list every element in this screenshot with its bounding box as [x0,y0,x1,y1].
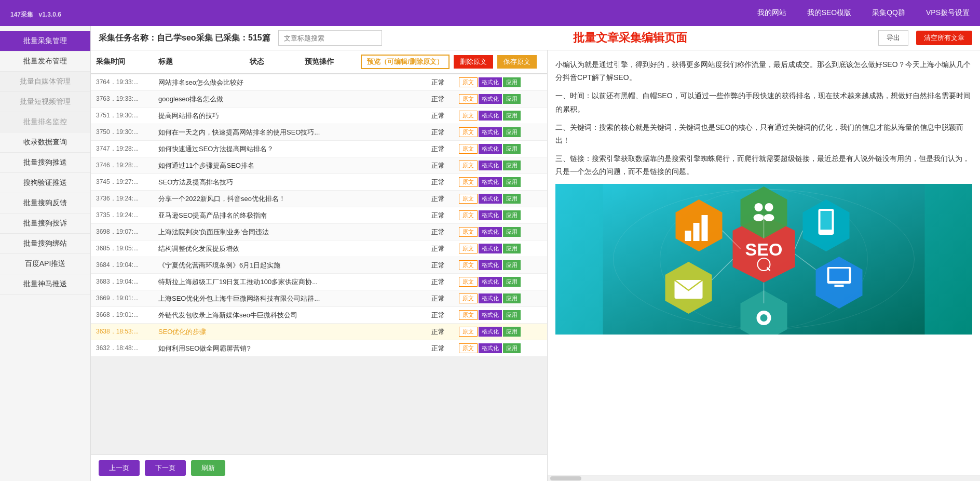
bottom-scrollbar[interactable] [548,475,980,481]
btn-geshi-3[interactable]: 格式化 [479,127,502,137]
btn-geshi-0[interactable]: 格式化 [479,77,502,87]
save-original-button[interactable]: 保存原文 [497,55,537,69]
nav-seo-template[interactable]: 我的SEO模版 [807,8,852,18]
table-row[interactable]: 3745．19:27:... SEO方法及提高排名技巧 正常 原文 格式化 应用 [91,174,547,191]
btn-yingyi-9[interactable]: 应用 [503,227,521,237]
row-title: 亚马逊SEO提高产品排名的终极指南 [158,211,417,220]
table-row[interactable]: 3638．18:53:... SEO优化的步骤 正常 原文 格式化 应用 [91,324,547,340]
table-row[interactable]: 3750．19:30:... 如何在一天之内，快速提高网站排名的使用SEO技巧.… [91,124,547,141]
btn-yuan-6[interactable]: 原文 [459,177,478,187]
nav-qq-group[interactable]: 采集QQ群 [872,8,905,18]
btn-yingyi-7[interactable]: 应用 [503,194,521,204]
btn-geshi-10[interactable]: 格式化 [479,244,502,253]
search-input[interactable] [278,30,382,46]
delete-original-button[interactable]: 删除原文 [454,55,493,69]
svg-point-10 [765,203,773,211]
btn-geshi-14[interactable]: 格式化 [479,310,502,320]
next-page-button[interactable]: 下一页 [145,460,186,476]
table-row[interactable]: 3735．19:24:... 亚马逊SEO提高产品排名的终极指南 正常 原文 格… [91,207,547,224]
sidebar-item-sougou-complaint[interactable]: 批量搜狗投诉 [0,213,90,234]
btn-yuan-7[interactable]: 原文 [459,194,478,204]
btn-yuan-5[interactable]: 原文 [459,161,478,170]
btn-geshi-4[interactable]: 格式化 [479,144,502,154]
btn-geshi-16[interactable]: 格式化 [479,343,502,353]
btn-yuan-10[interactable]: 原文 [459,244,478,253]
sidebar-item-shenma[interactable]: 批量神马推送 [0,274,90,295]
table-row[interactable]: 3736．19:24:... 分享一个2022新风口，抖音seo优化排名！ 正常… [91,191,547,207]
table-row[interactable]: 3668．19:01:... 外链代发包收录上海新媒体seo牛巨微科技公司 正常… [91,307,547,324]
sidebar-item-record[interactable]: 收录数据查询 [0,132,90,153]
btn-yingyi-10[interactable]: 应用 [503,244,521,253]
btn-yingyi-16[interactable]: 应用 [503,343,521,353]
table-row[interactable]: 3684．19:04:... 《宁夏优化营商环境条例》6月1日起实施 正常 原文… [91,257,547,274]
btn-yuan-13[interactable]: 原文 [459,293,478,303]
btn-geshi-1[interactable]: 格式化 [479,94,502,104]
table-row[interactable]: 3751．19:30:... 提高网站排名的技巧 正常 原文 格式化 应用 [91,108,547,124]
btn-yuan-4[interactable]: 原文 [459,144,478,154]
sidebar-item-sougou-feedback[interactable]: 批量搜狗反馈 [0,193,90,213]
btn-yingyi-13[interactable]: 应用 [503,293,521,303]
task-name: 采集任务名称：自己学seo采集 已采集：515篇 [99,33,270,44]
btn-yingyi-2[interactable]: 应用 [503,111,521,121]
table-row[interactable]: 3747．19:28:... 如何快速通过SEO方法提高网站排名？ 正常 原文 … [91,141,547,157]
btn-yingyi-0[interactable]: 应用 [503,77,521,87]
btn-yingyi-14[interactable]: 应用 [503,310,521,320]
btn-yuan-2[interactable]: 原文 [459,111,478,121]
btn-yingyi-8[interactable]: 应用 [503,210,521,220]
row-title: 结构调整优化发展提质增效 [158,244,417,253]
btn-geshi-12[interactable]: 格式化 [479,277,502,287]
sidebar-item-sougou-verify[interactable]: 搜狗验证推送 [0,173,90,193]
row-status: 正常 [417,228,459,237]
btn-yuan-11[interactable]: 原文 [459,260,478,270]
sidebar-item-sougou-bind[interactable]: 批量搜狗绑站 [0,234,90,254]
preview-content[interactable]: 小编认为就是通过引擎，得到好的，获得更多网站度我们称作流量，最后成成交。那么到底… [548,50,980,475]
table-row[interactable]: 3685．19:05:... 结构调整优化发展提质增效 正常 原文 格式化 应用 [91,240,547,257]
nav-mysite[interactable]: 我的网站 [757,8,786,18]
btn-yuan-15[interactable]: 原文 [459,327,478,337]
row-time: 3685．19:05:... [96,244,158,253]
btn-geshi-9[interactable]: 格式化 [479,227,502,237]
table-row[interactable]: 3764．19:33:... 网站排名seo怎么做会比较好 正常 原文 格式化 … [91,74,547,91]
btn-yuan-0[interactable]: 原文 [459,77,478,87]
btn-yingyi-5[interactable]: 应用 [503,161,521,170]
prev-page-button[interactable]: 上一页 [99,460,140,476]
btn-geshi-11[interactable]: 格式化 [479,260,502,270]
sidebar-item-baidu-api[interactable]: 百度API推送 [0,254,90,274]
btn-geshi-13[interactable]: 格式化 [479,293,502,303]
btn-yuan-12[interactable]: 原文 [459,277,478,287]
sidebar-item-collect[interactable]: 批量采集管理 [0,31,90,51]
btn-yingyi-4[interactable]: 应用 [503,144,521,154]
btn-yingyi-12[interactable]: 应用 [503,277,521,287]
sidebar-item-sougou-push[interactable]: 批量搜狗推送 [0,153,90,173]
btn-yuan-8[interactable]: 原文 [459,210,478,220]
export-button[interactable]: 导出 [878,30,908,46]
btn-geshi-2[interactable]: 格式化 [479,111,502,121]
table-row[interactable]: 3763．19:33:... googleseo排名怎么做 正常 原文 格式化 … [91,91,547,108]
btn-geshi-6[interactable]: 格式化 [479,177,502,187]
scroll-thumb [550,476,581,480]
table-row[interactable]: 3669．19:01:... 上海SEO优化外包上海牛巨微网络科技有限公司站群.… [91,290,547,307]
table-row[interactable]: 3683．19:04:... 特斯拉上海超级工厂19日复工推动100多家供应商协… [91,274,547,290]
sidebar-item-publish[interactable]: 批量发布管理 [0,51,90,72]
nav-vps[interactable]: VPS拨号设置 [926,8,970,18]
btn-yingyi-6[interactable]: 应用 [503,177,521,187]
btn-yingyi-11[interactable]: 应用 [503,260,521,270]
btn-yuan-3[interactable]: 原文 [459,127,478,137]
btn-geshi-15[interactable]: 格式化 [479,327,502,337]
btn-yuan-9[interactable]: 原文 [459,227,478,237]
table-row[interactable]: 3632．18:48:... 如何利用SEO做全网霸屏营销? 正常 原文 格式化… [91,340,547,357]
clear-button[interactable]: 清空所有文章 [916,31,972,45]
btn-yuan-16[interactable]: 原文 [459,343,478,353]
btn-geshi-7[interactable]: 格式化 [479,194,502,204]
table-row[interactable]: 3746．19:28:... 如何通过11个步骤提高SEO排名 正常 原文 格式… [91,157,547,174]
table-row[interactable]: 3698．19:07:... 上海法院判决'负面压制业务'合同违法 正常 原文 … [91,224,547,240]
btn-geshi-8[interactable]: 格式化 [479,210,502,220]
btn-geshi-5[interactable]: 格式化 [479,161,502,170]
btn-yingyi-3[interactable]: 应用 [503,127,521,137]
btn-yuan-14[interactable]: 原文 [459,310,478,320]
refresh-button[interactable]: 刷新 [191,460,225,476]
btn-yuan-1[interactable]: 原文 [459,94,478,104]
svg-point-27 [760,314,768,322]
btn-yingyi-15[interactable]: 应用 [503,327,521,337]
btn-yingyi-1[interactable]: 应用 [503,94,521,104]
